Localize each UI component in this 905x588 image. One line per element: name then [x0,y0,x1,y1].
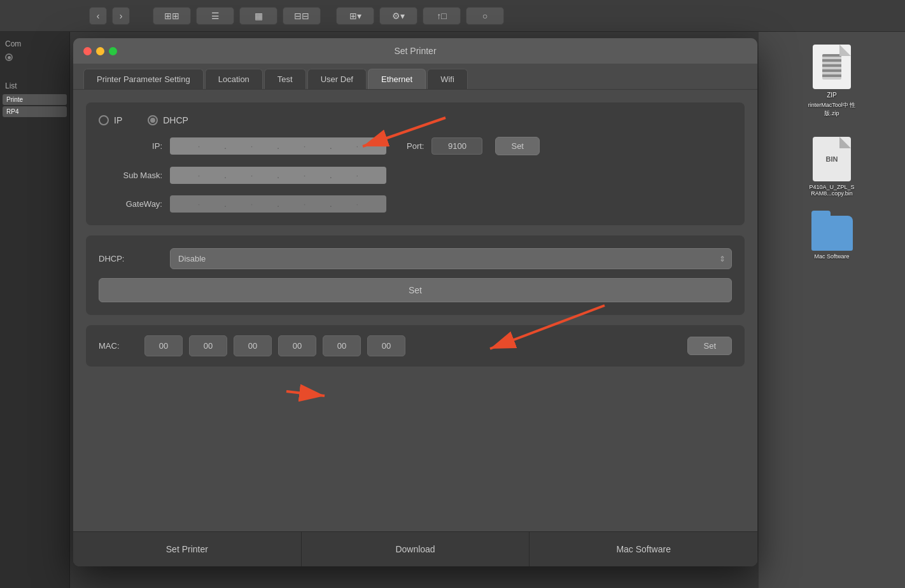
dhcp-section-label: DHCP: [99,254,162,263]
dialog-content: IP DHCP IP: · . · . · . · [73,90,757,379]
tab-test[interactable]: Test [264,69,306,89]
submask-field-row: Sub Mask: · . · . · . · [99,167,732,184]
dialog-title: Set Printer [394,46,436,56]
tab-wifi[interactable]: Wifi [427,69,468,89]
gateway-label: GateWay: [99,199,162,209]
mac-section: MAC: Set [86,325,745,367]
folder-label: Mac Software [814,253,849,260]
close-button[interactable] [83,47,92,55]
sidebar-rp4-item[interactable]: RP4 [3,106,67,117]
sidebar-com-label: Com [0,32,69,51]
grid-view-button[interactable]: ⊞⊞ [153,7,191,25]
mac-field-5[interactable] [323,335,361,356]
ip-seg-3: · [283,141,326,151]
zip-icon-label: ZIP [827,92,837,99]
mac-field-2[interactable] [189,335,227,356]
share-button[interactable]: ↑□ [423,7,461,25]
set-printer-dialog: Set Printer Printer Parameter Setting Lo… [73,38,757,566]
bin-file-label: P410A_U_ZPL_S RAM8...copy.bin [806,184,857,197]
gw-seg-3: · [283,199,326,209]
minimize-button[interactable] [96,47,104,55]
forward-button[interactable]: › [112,7,130,25]
gw-seg-4: · [336,199,379,209]
mac-toolbar: ‹ › ⊞⊞ ☰ ▦ ⊟⊟ ⊞▾ ⚙▾ ↑□ ○ [0,0,905,32]
list-view-button[interactable]: ☰ [196,7,234,25]
gateway-input-group[interactable]: · . · . · . · [170,195,386,213]
sidebar-list-label: List [0,74,69,93]
ip-input-group[interactable]: · . · . · . · [170,137,386,155]
zip-icon-visual [813,45,851,89]
folder-icon[interactable]: Mac Software [811,216,853,260]
folder-icon-visual [811,216,853,251]
set-printer-button[interactable]: Set Printer [73,532,302,566]
bin-text: BIN [826,155,838,163]
cover-view-button[interactable]: ⊟⊟ [283,7,321,25]
ip-seg-1: · [178,141,220,151]
port-input[interactable] [431,137,482,155]
ip-dhcp-section: IP DHCP IP: · . · . · . · [86,102,745,225]
radio-row: IP DHCP [99,115,732,125]
port-label: Port: [407,141,424,151]
left-sidebar: Com List Printe RP4 [0,32,70,588]
mac-field-3[interactable] [234,335,272,356]
zip-file-label: rinterMacTool中 性版.zip [806,101,857,118]
ip-radio-circle[interactable] [99,115,109,125]
arrange-button[interactable]: ⊞▾ [336,7,374,25]
zip-stripe [822,54,841,80]
mask-seg-3: · [283,171,326,180]
mask-seg-1: · [178,171,220,180]
dhcp-radio-circle[interactable] [148,115,158,125]
gw-seg-1: · [178,199,220,209]
tab-bar: Printer Parameter Setting Location Test … [73,64,757,90]
mac-fields [144,335,675,356]
mac-field-1[interactable] [144,335,183,356]
gw-seg-2: · [230,199,273,209]
sidebar-radio-circle[interactable] [5,53,13,61]
tab-ethernet[interactable]: Ethernet [368,69,426,89]
dialog-titlebar: Set Printer [73,38,757,64]
ip-radio-label: IP [114,115,122,125]
column-view-button[interactable]: ▦ [239,7,277,25]
dhcp-section: DHCP: Disable Enable ⇕ Set [86,235,745,315]
mac-set-button[interactable]: Set [687,337,732,355]
ip-seg-4: · [336,141,379,151]
download-button[interactable]: Download [302,532,530,566]
submask-input-group[interactable]: · . · . · . · [170,167,386,184]
dhcp-select[interactable]: Disable Enable [170,248,732,269]
sidebar-radio-item [0,51,69,64]
bottom-bar: Set Printer Download Mac Software [73,531,757,566]
tags-button[interactable]: ○ [466,7,504,25]
dhcp-select-wrapper[interactable]: Disable Enable ⇕ [170,248,732,269]
dhcp-radio-label: DHCP [163,115,188,125]
dhcp-radio-option[interactable]: DHCP [148,115,188,125]
ip-set-button[interactable]: Set [495,137,540,155]
mac-field-4[interactable] [278,335,316,356]
mask-seg-2: · [230,171,273,180]
mask-seg-4: · [336,171,379,180]
tab-user-def[interactable]: User Def [307,69,367,89]
dhcp-set-button[interactable]: Set [99,278,732,302]
back-button[interactable]: ‹ [89,7,107,25]
bin-icon-visual: BIN [813,137,851,181]
gateway-field-row: GateWay: · . · . · . · [99,195,732,213]
tab-printer-param[interactable]: Printer Parameter Setting [83,69,204,89]
traffic-lights [83,47,117,55]
maximize-button[interactable] [109,47,117,55]
mac-field-6[interactable] [367,335,405,356]
ip-field-label: IP: [99,141,162,151]
ip-radio-option[interactable]: IP [99,115,122,125]
mac-label: MAC: [99,341,137,351]
bin-file-icon[interactable]: BIN P410A_U_ZPL_S RAM8...copy.bin [806,137,857,197]
tab-location[interactable]: Location [205,69,263,89]
action-button[interactable]: ⚙▾ [379,7,417,25]
submask-label: Sub Mask: [99,171,162,180]
dhcp-dropdown-row: DHCP: Disable Enable ⇕ [99,248,732,269]
desktop-right: ZIP rinterMacTool中 性版.zip BIN P410A_U_ZP… [759,32,905,588]
ip-field-row: IP: · . · . · . · Port: Set [99,137,732,155]
mac-software-button[interactable]: Mac Software [530,532,757,566]
zip-file-icon[interactable]: ZIP rinterMacTool中 性版.zip [806,45,857,118]
ip-seg-2: · [230,141,273,151]
sidebar-printer-item[interactable]: Printe [3,94,67,105]
